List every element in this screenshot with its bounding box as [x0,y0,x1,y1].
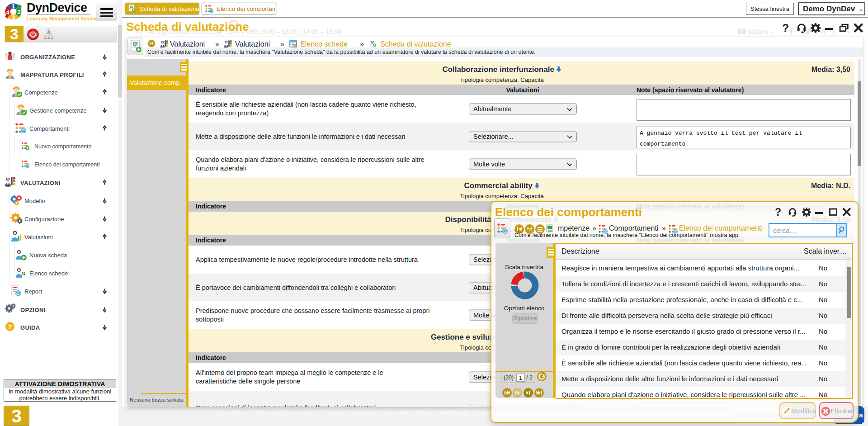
svg-text:3: 3 [12,14,15,21]
svg-text:2: 2 [17,9,20,15]
svg-text:?: ? [8,323,12,331]
svg-text:4: 4 [6,9,9,16]
svg-text:1: 1 [12,3,15,9]
